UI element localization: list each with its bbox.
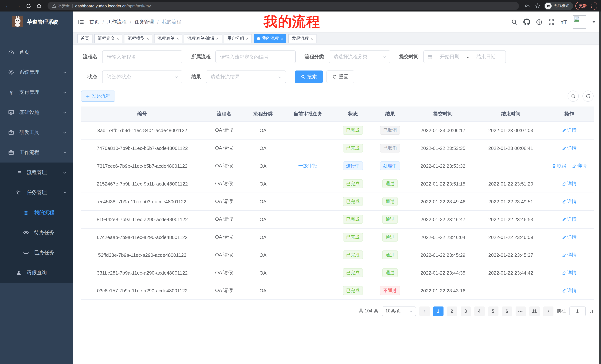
- end-time: 2022-01-23 00:07:03: [488, 127, 533, 133]
- next-page-button[interactable]: [543, 306, 553, 316]
- caret-down-icon[interactable]: [592, 21, 596, 23]
- sidebar-item-my-process[interactable]: 我的流程: [0, 203, 73, 223]
- reset-button[interactable]: 重置: [327, 70, 354, 83]
- detail-action[interactable]: 详情: [562, 287, 576, 294]
- sidebar-item-payment[interactable]: ¥ 支付管理: [0, 82, 73, 102]
- update-button[interactable]: 更新 ⋮: [575, 2, 597, 10]
- close-icon[interactable]: ×: [216, 36, 219, 41]
- page-size-select[interactable]: 10条/页: [382, 306, 416, 316]
- page-ellipsis[interactable]: •••: [515, 306, 526, 316]
- status-badge: 已完成: [343, 250, 363, 259]
- page-button-5[interactable]: 5: [488, 306, 498, 316]
- ssl-warning-icon[interactable]: 不安全: [52, 3, 70, 8]
- font-size-icon[interactable]: тT: [561, 19, 567, 25]
- sidebar-item-process-mgmt[interactable]: 流程管理: [0, 163, 73, 182]
- submit-time: 2022-01-22 23:45:29: [421, 252, 465, 258]
- sidebar-item-task-mgmt[interactable]: 任务管理: [0, 182, 73, 203]
- breadcrumb-home[interactable]: 首页: [90, 19, 99, 25]
- tab-my-process[interactable]: 我的流程×: [254, 34, 287, 43]
- page-button-1[interactable]: 1: [433, 306, 443, 316]
- close-icon[interactable]: ×: [176, 36, 179, 41]
- github-icon[interactable]: [523, 19, 530, 25]
- help-icon[interactable]: [536, 19, 542, 25]
- prev-page-button[interactable]: [419, 306, 430, 316]
- header-actions: тT: [511, 15, 596, 29]
- tab-process-definition[interactable]: 流程定义×: [94, 34, 122, 43]
- search-icon[interactable]: [511, 19, 518, 25]
- end-time: 2022-01-22 23:51:20: [488, 181, 533, 186]
- tab-user-group[interactable]: 用户分组×: [224, 34, 252, 43]
- sidebar-item-done-tasks[interactable]: 已办任务: [0, 243, 73, 263]
- page-button-4[interactable]: 4: [474, 306, 485, 316]
- sidebar-item-todo-tasks[interactable]: 待办任务: [0, 223, 73, 243]
- status-badge: 已完成: [343, 268, 363, 277]
- detail-action[interactable]: 详情: [562, 181, 576, 187]
- avatar[interactable]: [573, 15, 586, 29]
- page-button-11[interactable]: 11: [529, 306, 540, 316]
- yen-icon: ¥: [8, 89, 14, 96]
- address-bar[interactable]: 不安全 dashboard.yudao.iocoder.cn/bpm/task/…: [48, 2, 519, 10]
- process-category-label: 流程分类: [305, 53, 324, 60]
- fullscreen-icon[interactable]: [549, 19, 555, 25]
- show-search-toggle-button[interactable]: [568, 91, 579, 102]
- detail-action[interactable]: 详情: [562, 269, 576, 276]
- process-category-select[interactable]: 请选择流程分类: [329, 50, 391, 63]
- close-icon[interactable]: ×: [311, 36, 313, 41]
- close-icon[interactable]: ×: [117, 36, 119, 41]
- submit-time: 2022-01-22 23:49:46: [421, 199, 465, 204]
- collapse-sidebar-icon[interactable]: [78, 19, 84, 25]
- create-process-button[interactable]: 发起流程: [81, 91, 115, 102]
- process-name-input[interactable]: [102, 50, 182, 63]
- sidebar-item-home[interactable]: 首页: [0, 42, 73, 62]
- table-row: 7317cec6-7b9b-11ec-b5b7-acde48001122 OA …: [81, 157, 594, 175]
- tab-home[interactable]: 首页: [77, 34, 92, 43]
- close-icon[interactable]: ×: [147, 36, 149, 41]
- tab-process-form-edit[interactable]: 流程表单-编辑×: [184, 34, 222, 43]
- sidebar-item-leave-query[interactable]: 请假查询: [0, 263, 73, 283]
- submit-time-range-picker[interactable]: 开始日期 - 结束日期: [423, 50, 506, 63]
- table-row: 331bc281-7b9a-11ec-a290-acde48001122 OA …: [81, 264, 594, 282]
- tab-process-form[interactable]: 流程表单×: [154, 34, 182, 43]
- end-time: 2022-01-22 23:46:53: [488, 217, 533, 222]
- page-button-6[interactable]: 6: [502, 306, 512, 316]
- kebab-menu-icon[interactable]: ⋮: [590, 3, 594, 8]
- submit-time: 2022-01-22 23:51:15: [421, 181, 465, 186]
- page-button-3[interactable]: 3: [461, 306, 471, 316]
- goto-page-input[interactable]: [569, 306, 586, 316]
- sidebar-item-devtools[interactable]: 研发工具: [0, 123, 73, 143]
- process-definition-input[interactable]: [215, 50, 296, 63]
- home-icon[interactable]: [35, 2, 43, 10]
- forward-icon[interactable]: →: [14, 2, 22, 10]
- tab-start-process[interactable]: 发起流程×: [289, 34, 316, 43]
- cancel-action[interactable]: 取消: [552, 163, 566, 169]
- close-icon[interactable]: ×: [281, 36, 283, 41]
- search-button[interactable]: 搜索: [295, 70, 323, 83]
- submit-time: 2022-01-22 23:46:04: [421, 234, 465, 240]
- sidebar-item-workflow[interactable]: 工作流程: [0, 143, 73, 163]
- detail-action[interactable]: 详情: [562, 127, 576, 133]
- breadcrumb-workflow[interactable]: 工作流程: [107, 19, 127, 25]
- window-scrollbar[interactable]: [599, 11, 601, 364]
- sidebar-logo[interactable]: 芋道管理系统: [0, 11, 73, 33]
- active-dot: [257, 37, 260, 40]
- result-select[interactable]: 请选择流结果: [206, 70, 286, 83]
- status-select[interactable]: 请选择状态: [102, 70, 182, 83]
- detail-action[interactable]: 详情: [562, 198, 576, 205]
- current-task-link[interactable]: 一级审批: [298, 163, 318, 169]
- refresh-table-button[interactable]: [582, 91, 594, 102]
- detail-action[interactable]: 详情: [572, 163, 587, 169]
- detail-action[interactable]: 详情: [562, 145, 576, 151]
- detail-action[interactable]: 详情: [562, 216, 576, 222]
- key-icon[interactable]: [523, 2, 531, 10]
- breadcrumb-task-mgmt[interactable]: 任务管理: [135, 19, 154, 25]
- detail-action[interactable]: 详情: [562, 252, 576, 258]
- bookmark-star-icon[interactable]: [534, 2, 542, 10]
- close-icon[interactable]: ×: [246, 36, 249, 41]
- sidebar-item-infra[interactable]: 基础设施: [0, 102, 73, 123]
- tab-process-model[interactable]: 流程模型×: [124, 34, 152, 43]
- back-icon[interactable]: ←: [4, 2, 12, 10]
- detail-action[interactable]: 详情: [562, 234, 576, 240]
- reload-icon[interactable]: [25, 2, 33, 10]
- sidebar-item-system[interactable]: 系统管理: [0, 62, 73, 82]
- page-button-2[interactable]: 2: [447, 306, 457, 316]
